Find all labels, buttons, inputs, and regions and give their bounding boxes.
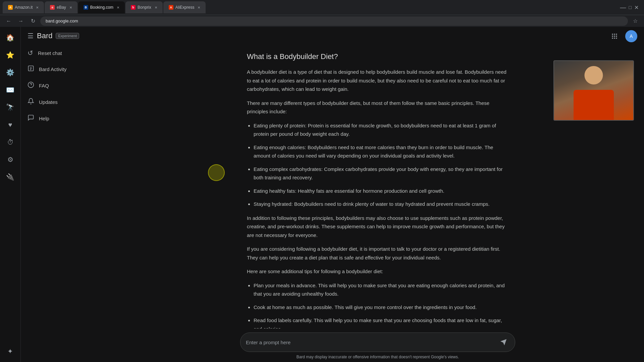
- nav-label-faq: FAQ: [39, 83, 49, 88]
- nav-item-help[interactable]: Help: [21, 110, 107, 127]
- disclaimer: Bard may display inaccurate or offensive…: [297, 355, 459, 359]
- top-bar: A: [111, 27, 644, 46]
- nav-item-updates[interactable]: Updates: [21, 94, 107, 110]
- reset-chat-icon: ↺: [28, 49, 33, 57]
- bullet-list-2: Plan your meals in advance. This will he…: [254, 281, 508, 329]
- svg-rect-10: [616, 38, 617, 39]
- nav-label-reset-chat: Reset chat: [38, 50, 62, 56]
- browser-bar: A Amazon.it ✕ e eBay ✕ B Booking.com ✕ b…: [0, 0, 644, 15]
- tip-item-3: Read food labels carefully. This will he…: [254, 316, 508, 328]
- pip-video: [553, 60, 634, 121]
- address-bar-row: ← → ↻ ☆: [0, 15, 644, 27]
- send-button[interactable]: [497, 336, 509, 348]
- sidebar-mail-icon[interactable]: ✉️: [2, 82, 18, 98]
- browser-tabs: A Amazon.it ✕ e eBay ✕ B Booking.com ✕ b…: [3, 1, 618, 13]
- tab-booking[interactable]: B Booking.com ✕: [78, 1, 125, 13]
- help-icon: [28, 114, 34, 123]
- app-layout: 🏠 ⭐ ⚙️ ✉️ 🔭 ♥ ⏱ ⚙ 🔌 ✦ ☰ Bard Experiment …: [0, 27, 644, 362]
- sidebar-bard-icon[interactable]: ✦: [2, 343, 18, 359]
- bullet-list-1: Eating plenty of protein: Protein is ess…: [254, 121, 508, 208]
- svg-rect-6: [614, 36, 615, 37]
- svg-rect-9: [614, 38, 615, 39]
- content-intro1: A bodybuilder diet is a type of diet tha…: [247, 68, 508, 94]
- sidebar: 🏠 ⭐ ⚙️ ✉️ 🔭 ♥ ⏱ ⚙ 🔌 ✦: [0, 27, 21, 362]
- svg-rect-3: [614, 34, 615, 35]
- sidebar-explore-icon[interactable]: 🔭: [2, 99, 18, 115]
- hamburger-icon[interactable]: ☰: [28, 32, 34, 40]
- nav-item-faq[interactable]: FAQ: [21, 77, 107, 94]
- faq-icon: [28, 81, 34, 90]
- sidebar-gear-icon[interactable]: ⚙: [2, 152, 18, 168]
- nav-item-bard-activity[interactable]: Bard Activity: [21, 61, 107, 77]
- minimize-icon[interactable]: —: [620, 4, 626, 11]
- tip-item-2: Cook at home as much as possible. This w…: [254, 303, 508, 312]
- content-title: What is a Bodybuilder Diet?: [247, 52, 508, 61]
- address-input[interactable]: [40, 16, 628, 26]
- bard-logo: Bard: [37, 32, 52, 40]
- svg-rect-4: [616, 34, 617, 35]
- bullet-item-2: Eating enough calories: Bodybuilders nee…: [254, 143, 508, 160]
- sidebar-home-icon[interactable]: 🏠: [2, 29, 18, 46]
- nav-label-help: Help: [39, 116, 49, 121]
- left-nav: ☰ Bard Experiment ↺ Reset chat Bard Acti…: [21, 27, 111, 362]
- bullet-item-1: Eating plenty of protein: Protein is ess…: [254, 121, 508, 138]
- nav-label-bard-activity: Bard Activity: [39, 66, 67, 72]
- sidebar-star-icon[interactable]: ⭐: [2, 47, 18, 63]
- back-button[interactable]: ←: [4, 16, 13, 26]
- sidebar-clock-icon[interactable]: ⏱: [2, 134, 18, 150]
- reload-button[interactable]: ↻: [28, 16, 38, 26]
- bullet-item-5: Staying hydrated: Bodybuilders need to d…: [254, 200, 508, 208]
- input-wrapper: [240, 333, 515, 352]
- close-icon[interactable]: ✕: [634, 4, 639, 11]
- tab-aliexpress[interactable]: A AliExpress ✕: [163, 1, 206, 13]
- forward-button[interactable]: →: [16, 16, 25, 26]
- maximize-icon[interactable]: □: [629, 5, 632, 10]
- pip-person-bg: [554, 61, 633, 120]
- svg-rect-2: [612, 34, 613, 35]
- sidebar-plugin-icon[interactable]: 🔌: [2, 169, 18, 185]
- svg-rect-8: [612, 38, 613, 39]
- updates-icon: [28, 98, 34, 106]
- tab-amazon[interactable]: A Amazon.it ✕: [3, 1, 44, 13]
- nav-label-updates: Updates: [39, 99, 58, 105]
- content-tips-intro: Here are some additional tips for follow…: [247, 267, 508, 276]
- bard-header: ☰ Bard Experiment: [21, 27, 111, 45]
- user-avatar[interactable]: A: [625, 30, 637, 42]
- apps-icon[interactable]: [608, 29, 621, 43]
- nav-item-reset-chat[interactable]: ↺ Reset chat: [21, 45, 107, 61]
- sidebar-settings-icon[interactable]: ⚙️: [2, 64, 18, 80]
- content-para4: If you are considering following a bodyb…: [247, 245, 508, 262]
- bullet-item-4: Eating healthy fats: Healthy fats are es…: [254, 187, 508, 195]
- bard-activity-icon: [28, 65, 34, 73]
- tip-item-1: Plan your meals in advance. This will he…: [254, 281, 508, 298]
- tab-bonprix[interactable]: b Bonprix ✕: [125, 1, 163, 13]
- svg-rect-5: [612, 36, 613, 37]
- browser-controls: — □ ✕: [620, 4, 639, 11]
- experiment-badge: Experiment: [56, 33, 79, 39]
- input-area: Bard may display inaccurate or offensive…: [111, 328, 644, 362]
- bookmark-icon[interactable]: ☆: [631, 16, 640, 26]
- tab-ebay[interactable]: e eBay ✕: [45, 1, 77, 13]
- content-intro2: There are many different types of bodybu…: [247, 99, 508, 116]
- svg-rect-7: [616, 36, 617, 37]
- chat-content: What is a Bodybuilder Diet? A bodybuilde…: [233, 52, 522, 322]
- content-body: A bodybuilder diet is a type of diet tha…: [247, 68, 508, 328]
- prompt-input[interactable]: [246, 340, 494, 345]
- sidebar-heart-icon[interactable]: ♥: [2, 117, 18, 133]
- bullet-item-3: Eating complex carbohydrates: Complex ca…: [254, 165, 508, 182]
- content-para3: In addition to following these principle…: [247, 214, 508, 240]
